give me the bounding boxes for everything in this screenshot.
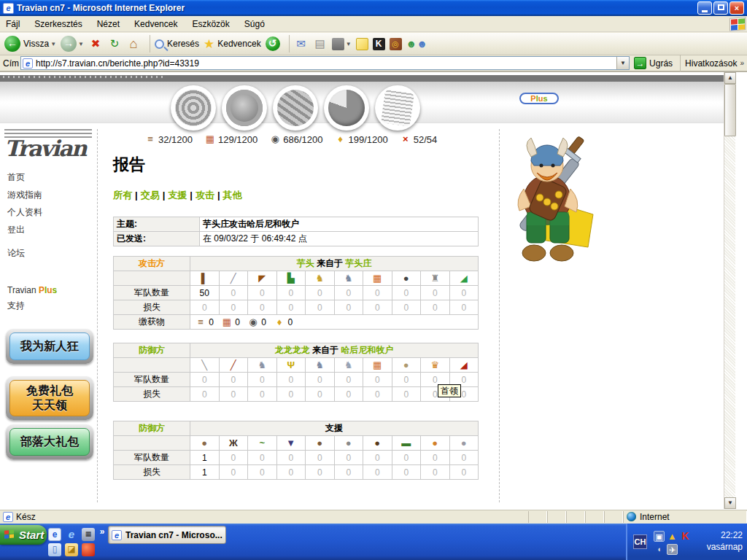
tray-volume-icon[interactable]: ◖ xyxy=(654,544,665,555)
unit-cell[interactable]: ♛ xyxy=(421,358,450,373)
menu-item-1[interactable]: Fájl xyxy=(6,19,20,29)
unit-cell[interactable]: ● xyxy=(392,271,421,286)
tray-device-icon[interactable]: ✈ xyxy=(667,544,678,555)
unit-cell[interactable]: Ψ xyxy=(276,358,306,373)
unit-cell[interactable]: ◤ xyxy=(248,271,277,286)
links-label[interactable]: Hivatkozások xyxy=(685,58,737,69)
sidebar-item-3[interactable]: 个人资料 xyxy=(7,206,42,219)
quicklaunch-document-icon[interactable]: ▯ xyxy=(48,543,61,556)
forward-dropdown-icon[interactable]: ▼ xyxy=(78,41,84,47)
sidebar-item-4[interactable]: 登出 xyxy=(7,224,42,236)
unit-cell[interactable]: ▼ xyxy=(276,436,306,451)
sidebar-item-2[interactable]: 游戏指南 xyxy=(7,189,42,201)
menu-item-2[interactable]: Szerkesztés xyxy=(34,19,82,29)
mail-button[interactable]: ✉▼ xyxy=(294,36,309,51)
promo-button-blue[interactable]: 我为新人狂 xyxy=(6,329,93,364)
unit-cell[interactable]: ╱ xyxy=(219,271,248,286)
tab-1[interactable]: 所有 xyxy=(113,190,132,201)
unit-cell[interactable]: ╲ xyxy=(190,358,220,373)
promo-button-orange[interactable]: 免费礼包天天领 xyxy=(6,376,93,420)
kaspersky-button[interactable]: K xyxy=(373,38,385,50)
taskbar-clock[interactable]: 22:22 vasárnap xyxy=(707,529,743,553)
minimize-button[interactable] xyxy=(697,1,712,15)
unit-cell[interactable]: ▦ xyxy=(363,271,392,286)
unit-cell[interactable]: ◢ xyxy=(449,358,479,373)
back-dropdown-icon[interactable]: ▼ xyxy=(50,41,56,47)
scroll-up-icon[interactable]: ▲ xyxy=(724,72,736,84)
unit-cell[interactable]: ● xyxy=(363,436,392,451)
unit-cell[interactable]: ● xyxy=(306,436,335,451)
unit-cell[interactable]: ~ xyxy=(248,436,277,451)
refresh-button[interactable]: ↻ xyxy=(107,36,122,51)
unit-cell[interactable]: ▦ xyxy=(363,358,392,373)
links-chevron-icon[interactable]: » xyxy=(740,59,744,67)
unit-cell[interactable]: ╱ xyxy=(219,358,248,373)
go-button[interactable]: → Ugrás xyxy=(634,57,673,69)
village-link[interactable]: 芋头庄 xyxy=(345,258,371,268)
sidebar-item-1[interactable]: 首页 xyxy=(7,171,42,184)
menu-item-5[interactable]: Eszközök xyxy=(192,19,229,29)
village-link[interactable]: 芋头 xyxy=(297,258,314,268)
home-button[interactable]: ⌂ xyxy=(126,36,141,51)
unit-cell[interactable]: ● xyxy=(392,358,421,373)
unit-cell[interactable]: ♞ xyxy=(306,271,335,286)
quicklaunch-chevron-icon[interactable]: » xyxy=(98,526,107,539)
unit-cell[interactable]: Ж xyxy=(219,436,248,451)
tab-5[interactable]: 其他 xyxy=(223,190,242,201)
plus-button[interactable]: Plus xyxy=(519,93,559,104)
back-button[interactable]: ← Vissza ▼ xyxy=(4,36,56,52)
village-link[interactable]: 龙龙龙龙 xyxy=(275,345,310,355)
travian-logo[interactable]: Travian xyxy=(4,128,96,160)
favorites-button[interactable]: ★ Kedvencek xyxy=(204,36,261,52)
language-indicator[interactable]: CH xyxy=(633,534,647,549)
unit-cell[interactable]: ▙ xyxy=(276,271,306,286)
task-button-travian[interactable]: e Travian cn7 - Microso... xyxy=(108,526,226,544)
unit-cell[interactable]: ● xyxy=(190,436,220,451)
menu-item-4[interactable]: Kedvencek xyxy=(134,19,177,29)
quicklaunch-calculator-icon[interactable]: ▦ xyxy=(82,528,95,541)
unit-cell[interactable]: ◢ xyxy=(449,271,479,286)
messenger-button[interactable]: ☻☻ xyxy=(406,38,427,50)
start-button[interactable]: Start xyxy=(0,525,47,545)
research-button[interactable]: ◎ xyxy=(390,38,402,50)
quicklaunch-ie-doc-icon[interactable]: e xyxy=(48,528,61,541)
menu-item-3[interactable]: Nézet xyxy=(97,19,120,29)
tab-2[interactable]: 交易 xyxy=(141,190,160,201)
address-input[interactable]: e http://s7.travian.cn/berichte.php?id=4… xyxy=(20,56,630,70)
stop-button[interactable]: ✖ xyxy=(88,36,103,51)
unit-cell[interactable]: ● xyxy=(449,436,479,451)
unit-cell[interactable]: ♞ xyxy=(334,271,363,286)
discuss-button[interactable] xyxy=(356,38,368,50)
village-link[interactable]: 哈后尼和牧户 xyxy=(341,345,393,355)
close-button[interactable]: × xyxy=(729,1,744,15)
unit-cell[interactable]: ♞ xyxy=(334,358,363,373)
address-dropdown-icon[interactable]: ▼ xyxy=(616,57,629,69)
tab-3[interactable]: 支援 xyxy=(168,190,187,201)
menu-item-6[interactable]: Súgó xyxy=(244,19,265,29)
restore-button[interactable] xyxy=(713,1,728,15)
history-button[interactable]: ↺ xyxy=(266,36,280,51)
sidebar-item-support[interactable]: 支持 xyxy=(7,300,25,312)
unit-cell[interactable]: ● xyxy=(421,436,450,451)
sidebar-item-forum[interactable]: 论坛 xyxy=(7,247,25,260)
quicklaunch-folder-icon[interactable]: ◪ xyxy=(65,543,78,556)
unit-cell[interactable]: ● xyxy=(334,436,363,451)
unit-cell[interactable]: ♜ xyxy=(421,271,450,286)
search-button[interactable]: Keresés xyxy=(155,39,199,49)
tray-warning-icon[interactable]: ▲ xyxy=(667,531,678,542)
sidebar-item-travian-plus[interactable]: Travian Plus xyxy=(7,285,57,295)
promo-button-green[interactable]: 部落大礼包 xyxy=(6,424,93,459)
scroll-down-icon[interactable]: ▼ xyxy=(724,497,736,509)
vertical-scrollbar[interactable]: ▲ ▼ xyxy=(724,72,735,509)
unit-cell[interactable]: ▌ xyxy=(190,271,220,286)
scrollbar-thumb[interactable] xyxy=(724,84,736,136)
quicklaunch-ie-icon[interactable]: e xyxy=(65,528,78,541)
unit-cell[interactable]: ▬ xyxy=(392,436,421,451)
tray-kaspersky-icon[interactable]: K xyxy=(680,531,691,542)
tray-network-icon[interactable]: ▣ xyxy=(654,531,665,542)
print-button[interactable]: ▤ xyxy=(313,36,328,51)
quicklaunch-opera-icon[interactable] xyxy=(82,543,95,556)
forward-button[interactable]: → ▼ xyxy=(61,36,84,52)
unit-cell[interactable]: ♞ xyxy=(306,358,335,373)
unit-cell[interactable]: ♞ xyxy=(248,358,277,373)
